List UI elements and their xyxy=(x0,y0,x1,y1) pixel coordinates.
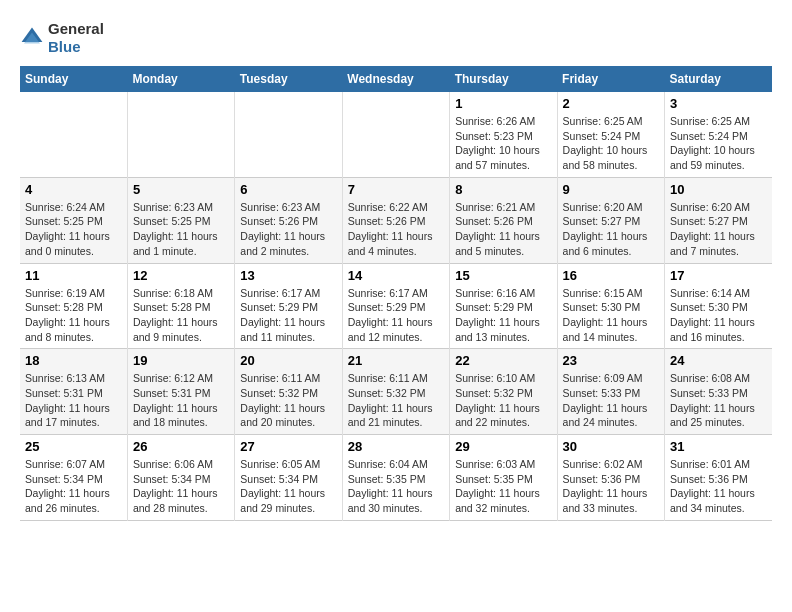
calendar-header-monday: Monday xyxy=(127,66,234,92)
day-info: Sunrise: 6:26 AM Sunset: 5:23 PM Dayligh… xyxy=(455,114,551,173)
calendar-cell: 24Sunrise: 6:08 AM Sunset: 5:33 PM Dayli… xyxy=(665,349,772,435)
day-info: Sunrise: 6:03 AM Sunset: 5:35 PM Dayligh… xyxy=(455,457,551,516)
day-number: 20 xyxy=(240,353,336,368)
day-info: Sunrise: 6:23 AM Sunset: 5:25 PM Dayligh… xyxy=(133,200,229,259)
day-number: 27 xyxy=(240,439,336,454)
calendar-cell: 17Sunrise: 6:14 AM Sunset: 5:30 PM Dayli… xyxy=(665,263,772,349)
day-info: Sunrise: 6:02 AM Sunset: 5:36 PM Dayligh… xyxy=(563,457,659,516)
calendar-cell: 15Sunrise: 6:16 AM Sunset: 5:29 PM Dayli… xyxy=(450,263,557,349)
calendar-cell: 29Sunrise: 6:03 AM Sunset: 5:35 PM Dayli… xyxy=(450,435,557,521)
calendar-header-friday: Friday xyxy=(557,66,664,92)
day-number: 7 xyxy=(348,182,444,197)
day-number: 5 xyxy=(133,182,229,197)
day-info: Sunrise: 6:17 AM Sunset: 5:29 PM Dayligh… xyxy=(348,286,444,345)
calendar-week-row: 4Sunrise: 6:24 AM Sunset: 5:25 PM Daylig… xyxy=(20,177,772,263)
calendar-cell: 25Sunrise: 6:07 AM Sunset: 5:34 PM Dayli… xyxy=(20,435,127,521)
day-info: Sunrise: 6:19 AM Sunset: 5:28 PM Dayligh… xyxy=(25,286,122,345)
day-info: Sunrise: 6:24 AM Sunset: 5:25 PM Dayligh… xyxy=(25,200,122,259)
calendar-header-thursday: Thursday xyxy=(450,66,557,92)
day-info: Sunrise: 6:25 AM Sunset: 5:24 PM Dayligh… xyxy=(670,114,767,173)
calendar-cell: 12Sunrise: 6:18 AM Sunset: 5:28 PM Dayli… xyxy=(127,263,234,349)
day-number: 10 xyxy=(670,182,767,197)
day-number: 25 xyxy=(25,439,122,454)
day-info: Sunrise: 6:22 AM Sunset: 5:26 PM Dayligh… xyxy=(348,200,444,259)
day-info: Sunrise: 6:14 AM Sunset: 5:30 PM Dayligh… xyxy=(670,286,767,345)
day-info: Sunrise: 6:17 AM Sunset: 5:29 PM Dayligh… xyxy=(240,286,336,345)
calendar-header-saturday: Saturday xyxy=(665,66,772,92)
calendar-header-wednesday: Wednesday xyxy=(342,66,449,92)
calendar-cell: 8Sunrise: 6:21 AM Sunset: 5:26 PM Daylig… xyxy=(450,177,557,263)
day-info: Sunrise: 6:08 AM Sunset: 5:33 PM Dayligh… xyxy=(670,371,767,430)
day-number: 23 xyxy=(563,353,659,368)
day-number: 22 xyxy=(455,353,551,368)
calendar-week-row: 11Sunrise: 6:19 AM Sunset: 5:28 PM Dayli… xyxy=(20,263,772,349)
calendar-cell: 20Sunrise: 6:11 AM Sunset: 5:32 PM Dayli… xyxy=(235,349,342,435)
day-info: Sunrise: 6:04 AM Sunset: 5:35 PM Dayligh… xyxy=(348,457,444,516)
calendar-cell: 11Sunrise: 6:19 AM Sunset: 5:28 PM Dayli… xyxy=(20,263,127,349)
day-number: 9 xyxy=(563,182,659,197)
day-number: 29 xyxy=(455,439,551,454)
calendar-cell: 16Sunrise: 6:15 AM Sunset: 5:30 PM Dayli… xyxy=(557,263,664,349)
day-info: Sunrise: 6:21 AM Sunset: 5:26 PM Dayligh… xyxy=(455,200,551,259)
day-info: Sunrise: 6:09 AM Sunset: 5:33 PM Dayligh… xyxy=(563,371,659,430)
calendar-cell: 19Sunrise: 6:12 AM Sunset: 5:31 PM Dayli… xyxy=(127,349,234,435)
page-header: General Blue xyxy=(20,20,772,56)
calendar-cell: 3Sunrise: 6:25 AM Sunset: 5:24 PM Daylig… xyxy=(665,92,772,177)
calendar-cell: 1Sunrise: 6:26 AM Sunset: 5:23 PM Daylig… xyxy=(450,92,557,177)
day-number: 2 xyxy=(563,96,659,111)
day-info: Sunrise: 6:11 AM Sunset: 5:32 PM Dayligh… xyxy=(348,371,444,430)
calendar-cell: 6Sunrise: 6:23 AM Sunset: 5:26 PM Daylig… xyxy=(235,177,342,263)
day-number: 4 xyxy=(25,182,122,197)
calendar-cell: 21Sunrise: 6:11 AM Sunset: 5:32 PM Dayli… xyxy=(342,349,449,435)
calendar-cell: 14Sunrise: 6:17 AM Sunset: 5:29 PM Dayli… xyxy=(342,263,449,349)
day-info: Sunrise: 6:25 AM Sunset: 5:24 PM Dayligh… xyxy=(563,114,659,173)
day-number: 19 xyxy=(133,353,229,368)
logo-blue: Blue xyxy=(48,38,81,55)
calendar-week-row: 18Sunrise: 6:13 AM Sunset: 5:31 PM Dayli… xyxy=(20,349,772,435)
day-number: 18 xyxy=(25,353,122,368)
calendar-cell xyxy=(342,92,449,177)
calendar-cell: 9Sunrise: 6:20 AM Sunset: 5:27 PM Daylig… xyxy=(557,177,664,263)
calendar-table: SundayMondayTuesdayWednesdayThursdayFrid… xyxy=(20,66,772,521)
calendar-week-row: 1Sunrise: 6:26 AM Sunset: 5:23 PM Daylig… xyxy=(20,92,772,177)
day-info: Sunrise: 6:20 AM Sunset: 5:27 PM Dayligh… xyxy=(563,200,659,259)
calendar-cell: 10Sunrise: 6:20 AM Sunset: 5:27 PM Dayli… xyxy=(665,177,772,263)
day-number: 14 xyxy=(348,268,444,283)
calendar-cell: 5Sunrise: 6:23 AM Sunset: 5:25 PM Daylig… xyxy=(127,177,234,263)
day-number: 24 xyxy=(670,353,767,368)
day-number: 26 xyxy=(133,439,229,454)
calendar-cell: 22Sunrise: 6:10 AM Sunset: 5:32 PM Dayli… xyxy=(450,349,557,435)
day-number: 16 xyxy=(563,268,659,283)
day-number: 3 xyxy=(670,96,767,111)
logo: General Blue xyxy=(20,20,104,56)
day-info: Sunrise: 6:20 AM Sunset: 5:27 PM Dayligh… xyxy=(670,200,767,259)
day-info: Sunrise: 6:01 AM Sunset: 5:36 PM Dayligh… xyxy=(670,457,767,516)
day-info: Sunrise: 6:16 AM Sunset: 5:29 PM Dayligh… xyxy=(455,286,551,345)
day-number: 15 xyxy=(455,268,551,283)
calendar-cell: 4Sunrise: 6:24 AM Sunset: 5:25 PM Daylig… xyxy=(20,177,127,263)
day-info: Sunrise: 6:15 AM Sunset: 5:30 PM Dayligh… xyxy=(563,286,659,345)
calendar-cell: 31Sunrise: 6:01 AM Sunset: 5:36 PM Dayli… xyxy=(665,435,772,521)
day-number: 12 xyxy=(133,268,229,283)
calendar-cell: 26Sunrise: 6:06 AM Sunset: 5:34 PM Dayli… xyxy=(127,435,234,521)
calendar-header-sunday: Sunday xyxy=(20,66,127,92)
calendar-cell: 30Sunrise: 6:02 AM Sunset: 5:36 PM Dayli… xyxy=(557,435,664,521)
calendar-cell xyxy=(127,92,234,177)
day-info: Sunrise: 6:10 AM Sunset: 5:32 PM Dayligh… xyxy=(455,371,551,430)
day-info: Sunrise: 6:18 AM Sunset: 5:28 PM Dayligh… xyxy=(133,286,229,345)
calendar-cell xyxy=(20,92,127,177)
calendar-header-row: SundayMondayTuesdayWednesdayThursdayFrid… xyxy=(20,66,772,92)
calendar-cell xyxy=(235,92,342,177)
calendar-cell: 18Sunrise: 6:13 AM Sunset: 5:31 PM Dayli… xyxy=(20,349,127,435)
calendar-cell: 23Sunrise: 6:09 AM Sunset: 5:33 PM Dayli… xyxy=(557,349,664,435)
day-info: Sunrise: 6:06 AM Sunset: 5:34 PM Dayligh… xyxy=(133,457,229,516)
day-number: 8 xyxy=(455,182,551,197)
calendar-cell: 28Sunrise: 6:04 AM Sunset: 5:35 PM Dayli… xyxy=(342,435,449,521)
day-info: Sunrise: 6:23 AM Sunset: 5:26 PM Dayligh… xyxy=(240,200,336,259)
day-number: 11 xyxy=(25,268,122,283)
calendar-cell: 13Sunrise: 6:17 AM Sunset: 5:29 PM Dayli… xyxy=(235,263,342,349)
day-number: 21 xyxy=(348,353,444,368)
calendar-cell: 2Sunrise: 6:25 AM Sunset: 5:24 PM Daylig… xyxy=(557,92,664,177)
day-number: 28 xyxy=(348,439,444,454)
calendar-cell: 7Sunrise: 6:22 AM Sunset: 5:26 PM Daylig… xyxy=(342,177,449,263)
